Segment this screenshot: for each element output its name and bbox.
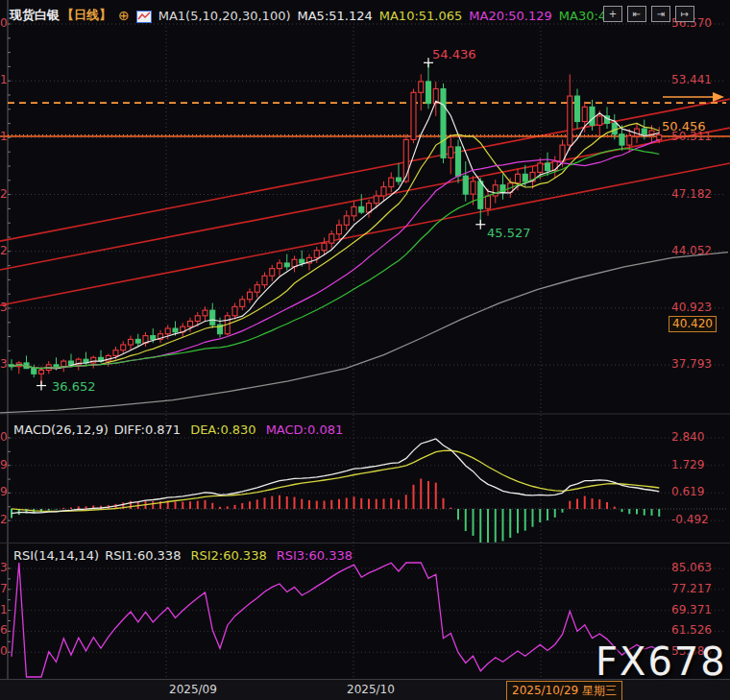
price-axis-label-clipped: 1 (0, 130, 8, 143)
trading-chart-app: 现货白银【日线】 ⊕ MA1(5,10,20,30,100) MA5:51.12… (0, 0, 730, 700)
macd-dea-value: DEA:0.830 (190, 422, 256, 437)
macd-hist-value: MACD:0.081 (266, 422, 344, 437)
macd-axis-label-clipped: 2 (0, 513, 8, 526)
left-low-annotation: 36.652 (52, 379, 96, 394)
macd-axis-label-clipped: 9 (0, 485, 8, 498)
macd-axis-label: 1.729 (671, 458, 704, 471)
chart-header: 现货白银【日线】 ⊕ MA1(5,10,20,30,100) MA5:51.12… (10, 6, 619, 25)
watermark: FX678 (596, 640, 727, 684)
rsi-axis-label: 69.371 (671, 603, 712, 616)
add-indicator-icon[interactable]: ⊕ (118, 8, 130, 23)
current-price-tag: 50.456 (662, 119, 706, 133)
rsi-axis-label-clipped: 3 (0, 561, 8, 574)
ma20-line (12, 140, 659, 369)
rsi-axis-label-clipped: 6 (0, 623, 8, 637)
rsi-line (12, 563, 659, 677)
ma5-value: MA5:51.124 (298, 9, 373, 23)
price-axis-label: 53.441 (671, 73, 712, 86)
ma100 (0, 253, 728, 413)
macd-series (12, 439, 659, 543)
macd-axis-label: 0.619 (671, 485, 704, 498)
rsi3-value: RSI3:60.338 (277, 548, 353, 563)
chart-toolbar: +⇤⇥↦ (603, 6, 694, 22)
rsi-axis-label: 77.217 (671, 582, 712, 595)
macd-axis-label-clipped: 0 (0, 430, 8, 444)
time-label-sep: 2025/09 (169, 683, 217, 696)
price-axis-label-clipped: 0 (0, 16, 8, 30)
reset-scale-icon[interactable]: ↦ (675, 6, 694, 22)
price-axis-label: 40.923 (671, 301, 712, 314)
trend-lines (0, 92, 730, 305)
rsi-axis-label-clipped: 7 (0, 582, 8, 595)
alert-price-tag: 40.420 (669, 316, 717, 332)
ma100-line (0, 253, 728, 413)
symbol-title: 现货白银 (10, 7, 60, 24)
price-axis-label: 47.182 (671, 187, 712, 201)
price-axis-label-clipped: 3 (0, 301, 8, 314)
swing-low-annotation: 45.527 (487, 226, 531, 240)
price-axis-label: 44.052 (671, 244, 712, 257)
macd-header: MACD(26,12,9) DIFF:0.871 DEA:0.830 MACD:… (13, 422, 343, 437)
ma10-value: MA10:51.065 (379, 9, 463, 23)
price-axis-label-clipped: 3 (0, 357, 8, 371)
price-axis-label-clipped: 1 (0, 73, 8, 86)
dea-line (12, 450, 659, 511)
rsi-series (12, 563, 659, 677)
rsi-axis-label-clipped: 1 (0, 603, 8, 616)
macd-axis-label-clipped: 9 (0, 458, 8, 471)
macd-label: MACD(26,12,9) (13, 422, 109, 437)
rsi-label: RSI(14,14,14) (13, 548, 99, 563)
macd-axis-label: 2.840 (671, 430, 704, 444)
scale-right-icon[interactable]: ⇥ (651, 6, 670, 22)
rsi1-value: RSI1:60.338 (105, 548, 181, 563)
time-label-oct: 2025/10 (347, 683, 395, 696)
rsi-axis-label: 61.526 (671, 623, 712, 637)
diff-line (12, 439, 659, 514)
macd-diff-value: DIFF:0.871 (114, 422, 181, 437)
ma20-value: MA20:50.129 (469, 9, 552, 23)
price-chart-canvas[interactable] (0, 0, 730, 700)
period-tag: 【日线】 (61, 7, 111, 24)
price-axis-label: 37.793 (671, 357, 712, 371)
rsi-header: RSI(14,14,14) RSI1:60.338 RSI2:60.338 RS… (13, 548, 353, 563)
rsi-axis-label: 85.063 (671, 561, 712, 574)
scale-left-icon[interactable]: ⇤ (627, 6, 646, 22)
candlestick-series (10, 62, 662, 385)
price-axis-label-clipped: 2 (0, 187, 8, 201)
macd-axis-label: -0.492 (671, 513, 709, 526)
ma30-line (12, 149, 659, 369)
rsi2-value: RSI2:60.338 (190, 548, 266, 563)
rsi-axis-label-clipped: 0 (0, 644, 8, 658)
chart-style-icon[interactable] (136, 11, 152, 23)
high-annotation: 54.436 (432, 47, 476, 61)
ma-settings-label: MA1(5,10,20,30,100) (158, 9, 291, 23)
current-date-label: 2025/10/29 星期三 (506, 681, 622, 700)
pan-tool-icon[interactable]: + (603, 6, 622, 22)
price-axis-label-clipped: 2 (0, 244, 8, 257)
